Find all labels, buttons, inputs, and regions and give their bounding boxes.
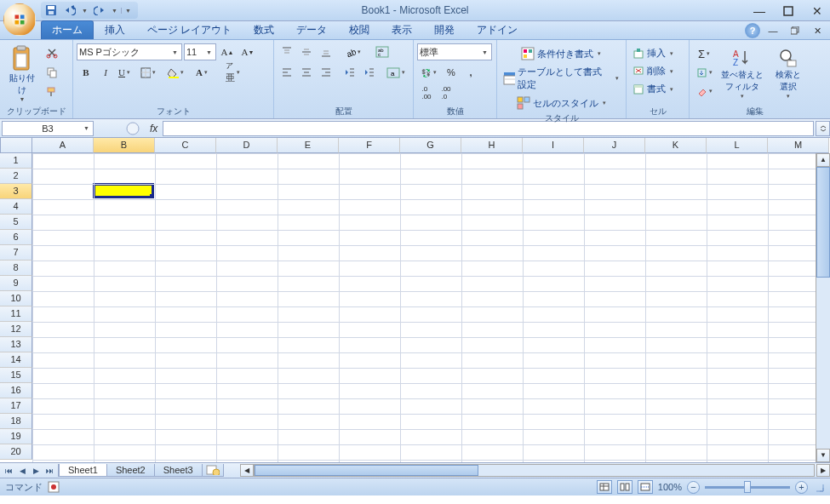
row-header-12[interactable]: 12 <box>0 322 32 337</box>
row-header-14[interactable]: 14 <box>0 352 32 368</box>
grow-font[interactable]: A▲ <box>218 43 237 60</box>
font-size-select[interactable]: 11▼ <box>184 43 216 60</box>
tab-view[interactable]: 表示 <box>381 20 423 39</box>
col-header-G[interactable]: G <box>400 138 461 153</box>
row-header-19[interactable]: 19 <box>0 429 32 444</box>
hscroll-track[interactable] <box>254 464 815 477</box>
sort-filter-button[interactable]: AZ 並べ替えと フィルタ▾ <box>720 42 764 105</box>
row-header-11[interactable]: 11 <box>0 306 32 322</box>
fill-color-button[interactable]: ▾ <box>163 64 189 81</box>
select-all-corner[interactable] <box>0 138 32 153</box>
view-normal[interactable] <box>597 480 612 494</box>
comma-button[interactable]: , <box>461 64 480 81</box>
cell-grid[interactable] <box>32 153 816 462</box>
phonetic-button[interactable]: ア亜▾ <box>220 64 246 81</box>
office-button[interactable] <box>3 3 36 36</box>
vscroll-thumb[interactable] <box>816 167 830 278</box>
row-header-6[interactable]: 6 <box>0 230 32 245</box>
align-top[interactable] <box>278 43 296 60</box>
col-header-A[interactable]: A <box>32 138 94 153</box>
underline-button[interactable]: U▾ <box>116 64 135 81</box>
qat-redo-dd[interactable]: ▼ <box>110 8 119 14</box>
italic-button[interactable]: I <box>96 64 115 81</box>
number-format-select[interactable]: 標準▼ <box>417 43 492 60</box>
cut-button[interactable] <box>43 44 61 61</box>
autosum-button[interactable]: Σ▾ <box>693 45 717 62</box>
tab-addins[interactable]: アドイン <box>466 20 529 39</box>
zoom-level[interactable]: 100% <box>658 482 682 492</box>
col-header-K[interactable]: K <box>645 138 707 153</box>
conditional-format-button[interactable]: 条件付き書式 ▾ <box>501 45 623 62</box>
format-painter-button[interactable] <box>43 83 61 100</box>
decrease-decimal[interactable]: .00.0 <box>437 84 455 101</box>
align-left[interactable] <box>278 64 296 81</box>
row-header-18[interactable]: 18 <box>0 414 32 429</box>
zoom-out[interactable]: − <box>687 481 700 494</box>
col-header-I[interactable]: I <box>523 138 584 153</box>
col-header-H[interactable]: H <box>461 138 523 153</box>
col-header-E[interactable]: E <box>278 138 339 153</box>
qat-save[interactable] <box>43 3 60 18</box>
insert-cells-button[interactable]: 挿入 ▾ <box>630 45 678 61</box>
tab-home[interactable]: ホーム <box>41 20 94 39</box>
fill-handle[interactable] <box>150 194 154 198</box>
increase-indent[interactable] <box>360 64 379 81</box>
align-middle[interactable] <box>297 43 316 60</box>
col-header-L[interactable]: L <box>707 138 768 153</box>
row-header-10[interactable]: 10 <box>0 291 32 306</box>
formula-input[interactable] <box>163 121 814 136</box>
percent-button[interactable]: % <box>442 64 461 81</box>
sheet-nav-last[interactable]: ⏭ <box>43 464 56 477</box>
increase-decimal[interactable]: .0.00 <box>417 84 436 101</box>
wrap-text-button[interactable]: abc <box>371 43 393 60</box>
maximize-button[interactable] <box>779 4 798 18</box>
sheet-nav-first[interactable]: ⏮ <box>2 464 15 477</box>
row-header-13[interactable]: 13 <box>0 337 32 352</box>
row-header-1[interactable]: 1 <box>0 153 32 169</box>
tab-formulas[interactable]: 数式 <box>243 20 285 39</box>
borders-button[interactable]: ▾ <box>140 64 158 81</box>
format-as-table-button[interactable]: テーブルとして書式設定 ▾ <box>501 64 623 93</box>
workbook-minimize[interactable]: — <box>764 24 782 37</box>
decrease-indent[interactable] <box>341 64 359 81</box>
tab-data[interactable]: データ <box>285 20 338 39</box>
clear-button[interactable]: ▾ <box>693 83 717 100</box>
workbook-restore[interactable] <box>786 24 804 37</box>
help-button[interactable]: ? <box>745 23 760 38</box>
col-header-C[interactable]: C <box>155 138 216 153</box>
paste-button[interactable]: 貼り付け ▼ <box>3 42 41 105</box>
row-header-16[interactable]: 16 <box>0 383 32 398</box>
find-select-button[interactable]: 検索と 選択▾ <box>768 42 809 105</box>
format-cells-button[interactable]: 書式 ▾ <box>630 81 678 97</box>
tab-pagelayout[interactable]: ページ レイアウト <box>136 20 243 39</box>
col-header-J[interactable]: J <box>584 138 645 153</box>
minimize-button[interactable]: — <box>750 4 769 18</box>
font-color-button[interactable]: A▾ <box>190 64 215 81</box>
row-header-15[interactable]: 15 <box>0 368 32 383</box>
row-header-9[interactable]: 9 <box>0 276 32 291</box>
zoom-thumb[interactable] <box>744 481 751 493</box>
row-header-5[interactable]: 5 <box>0 215 32 230</box>
sheet-nav-prev[interactable]: ◀ <box>15 464 29 477</box>
row-header-2[interactable]: 2 <box>0 169 32 184</box>
fx-label[interactable]: fx <box>145 123 163 135</box>
orientation-button[interactable]: ab▾ <box>341 43 366 60</box>
col-header-B[interactable]: B <box>94 138 155 153</box>
row-header-3[interactable]: 3 <box>0 184 32 199</box>
sheet-tab-1[interactable]: Sheet1 <box>59 464 107 477</box>
tab-review[interactable]: 校閲 <box>338 20 381 39</box>
vscroll-down[interactable]: ▼ <box>816 449 830 462</box>
align-bottom[interactable] <box>317 43 335 60</box>
col-header-M[interactable]: M <box>768 138 829 153</box>
qat-undo[interactable] <box>61 3 78 18</box>
col-header-F[interactable]: F <box>339 138 400 153</box>
merge-center-button[interactable]: a▾ <box>384 64 409 81</box>
sheet-nav-next[interactable]: ▶ <box>29 464 43 477</box>
delete-cells-button[interactable]: 削除 ▾ <box>630 63 678 79</box>
row-header-4[interactable]: 4 <box>0 199 32 215</box>
cell-styles-button[interactable]: セルのスタイル ▾ <box>501 94 623 112</box>
formula-bar-expand[interactable] <box>816 121 830 136</box>
col-header-D[interactable]: D <box>216 138 278 153</box>
row-header-20[interactable]: 20 <box>0 444 32 460</box>
qat-customize[interactable]: ▼ <box>121 8 133 14</box>
